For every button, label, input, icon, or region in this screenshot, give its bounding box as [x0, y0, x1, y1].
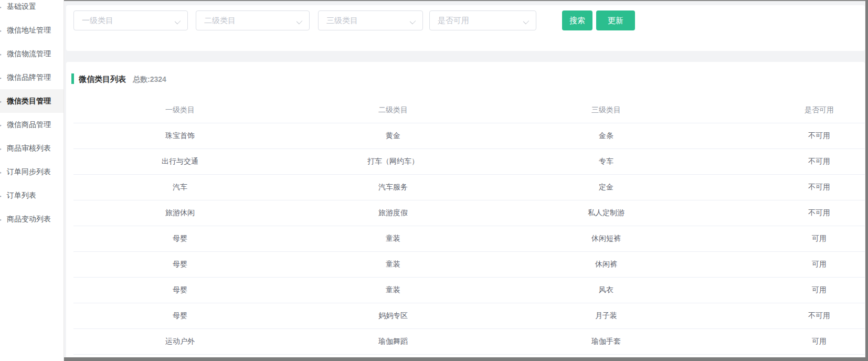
table-cell: 定金 — [500, 183, 713, 192]
arrow-right-icon: → — [0, 66, 4, 89]
sidebar-item-label: 订单列表 — [7, 191, 36, 199]
select-placeholder: 是否可用 — [430, 16, 469, 26]
panel-header: 微信类目列表 总数:2324 — [66, 62, 865, 98]
table-cell: 汽车 — [73, 183, 287, 192]
table-cell: 可用 — [713, 337, 865, 346]
table-cell: 金条 — [500, 131, 713, 141]
column-header: 二级类目 — [287, 105, 500, 115]
sidebar-item-label: 微信品牌管理 — [7, 73, 51, 81]
sidebar-item[interactable]: →订单同步列表 — [0, 160, 63, 184]
table-cell: 童装 — [287, 285, 500, 295]
vertical-scrollbar[interactable] — [865, 0, 868, 357]
table-cell: 妈妈专区 — [287, 311, 500, 321]
select-level3-category[interactable]: 三级类目 — [318, 10, 423, 30]
select-level1-category[interactable]: 一级类目 — [73, 10, 188, 30]
sidebar-item-label: 订单同步列表 — [7, 167, 51, 176]
table-cell: 月子装 — [500, 311, 713, 321]
horizontal-scrollbar[interactable] — [0, 357, 868, 361]
table-row: 出行与交通打车（网约车）专车不可用 — [73, 149, 865, 175]
sidebar-item[interactable]: →商品变动列表 — [0, 207, 63, 231]
sidebar-item-label: 微信地址管理 — [7, 26, 51, 34]
table-cell: 风衣 — [500, 285, 713, 295]
update-button[interactable]: 更新 — [596, 10, 635, 30]
sidebar-item-label: 基础设置 — [7, 2, 36, 10]
window-top-edge — [63, 0, 868, 1]
table-row: 母婴童装风衣可用 — [73, 278, 865, 303]
table-header-row: 一级类目 二级类目 三级类目 是否可用 — [73, 98, 865, 123]
table-cell: 童装 — [287, 234, 500, 243]
select-placeholder: 三级类目 — [319, 16, 358, 26]
accent-bar — [71, 73, 74, 84]
table-cell: 不可用 — [713, 131, 865, 141]
select-placeholder: 一级类目 — [74, 16, 113, 26]
sidebar-item[interactable]: →微信品牌管理 — [0, 66, 63, 89]
sidebar-item[interactable]: →商品审核列表 — [0, 136, 63, 160]
table-cell: 珠宝首饰 — [73, 131, 287, 141]
panel-title: 微信类目列表 — [79, 75, 126, 84]
table-cell: 母婴 — [73, 285, 287, 295]
arrow-right-icon: → — [0, 207, 4, 231]
table-cell: 私人定制游 — [500, 208, 713, 218]
arrow-right-icon: → — [0, 89, 4, 113]
table-cell: 专车 — [500, 157, 713, 166]
sidebar-item-label: 商品审核列表 — [7, 144, 51, 152]
table-row: 母婴童装休闲裤可用 — [73, 252, 865, 278]
arrow-right-icon: → — [0, 184, 4, 207]
table-row: 运动户外瑜伽舞蹈瑜伽手套可用 — [73, 329, 865, 355]
sidebar-item-label: 微信类目管理 — [7, 97, 51, 105]
select-level2-category[interactable]: 二级类目 — [196, 10, 310, 30]
sidebar-item-label: 商品变动列表 — [7, 215, 51, 223]
table-row: 母婴妈妈专区月子装不可用 — [73, 303, 865, 329]
table-cell: 童装 — [287, 260, 500, 269]
chevron-down-icon — [410, 18, 416, 24]
table-cell: 不可用 — [713, 183, 865, 192]
column-header: 三级类目 — [500, 105, 713, 115]
sidebar-item-label: 微信商品管理 — [7, 120, 51, 129]
filter-row: 一级类目 二级类目 三级类目 是否可用 搜索 更新 — [66, 5, 865, 30]
table-cell: 不可用 — [713, 208, 865, 218]
sidebar-item[interactable]: →微信商品管理 — [0, 113, 63, 136]
table-cell: 黄金 — [287, 131, 500, 141]
select-availability[interactable]: 是否可用 — [429, 10, 536, 30]
table-cell: 不可用 — [713, 157, 865, 166]
table-cell: 可用 — [713, 234, 865, 243]
chevron-down-icon — [523, 18, 529, 24]
table-cell: 母婴 — [73, 234, 287, 243]
sidebar-item[interactable]: →微信类目管理 — [0, 89, 63, 113]
table-cell: 母婴 — [73, 311, 287, 321]
select-placeholder: 二级类目 — [196, 16, 236, 26]
column-header: 是否可用 — [713, 105, 865, 115]
table-cell: 瑜伽手套 — [500, 337, 713, 346]
arrow-right-icon: → — [0, 160, 4, 184]
table-row: 旅游休闲旅游度假私人定制游不可用 — [73, 200, 865, 226]
chevron-down-icon — [297, 18, 302, 24]
sidebar-item[interactable]: →基础设置 — [0, 0, 63, 18]
table-row: 母婴童装休闲短裤可用 — [73, 226, 865, 252]
arrow-right-icon: → — [0, 113, 4, 136]
category-table: 一级类目 二级类目 三级类目 是否可用 珠宝首饰黄金金条不可用出行与交通打车（网… — [73, 98, 865, 355]
table-body: 珠宝首饰黄金金条不可用出行与交通打车（网约车）专车不可用汽车汽车服务定金不可用旅… — [73, 123, 865, 355]
table-cell: 汽车服务 — [287, 183, 500, 192]
column-header: 一级类目 — [73, 105, 287, 115]
sidebar-item[interactable]: →微信物流管理 — [0, 42, 63, 66]
table-cell: 不可用 — [713, 311, 865, 321]
table-cell: 休闲裤 — [500, 260, 713, 269]
table-cell: 旅游度假 — [287, 208, 500, 218]
arrow-right-icon: → — [0, 42, 4, 66]
table-row: 珠宝首饰黄金金条不可用 — [73, 123, 865, 149]
arrow-right-icon: → — [0, 0, 4, 18]
table-cell: 休闲短裤 — [500, 234, 713, 243]
table-cell: 运动户外 — [73, 337, 287, 346]
sidebar-item[interactable]: →微信地址管理 — [0, 18, 63, 42]
sidebar: →基础设置→微信地址管理→微信物流管理→微信品牌管理→微信类目管理→微信商品管理… — [0, 0, 64, 361]
total-count: 总数:2324 — [133, 75, 166, 84]
table-cell: 打车（网约车） — [287, 157, 500, 166]
chevron-down-icon — [175, 18, 181, 24]
search-button[interactable]: 搜索 — [562, 10, 592, 30]
table-row: 汽车汽车服务定金不可用 — [73, 175, 865, 200]
table-cell: 出行与交通 — [73, 157, 287, 166]
sidebar-item[interactable]: →订单列表 — [0, 184, 63, 207]
sidebar-menu: →基础设置→微信地址管理→微信物流管理→微信品牌管理→微信类目管理→微信商品管理… — [0, 0, 63, 231]
table-cell: 瑜伽舞蹈 — [287, 337, 500, 346]
arrow-right-icon: → — [0, 136, 4, 160]
